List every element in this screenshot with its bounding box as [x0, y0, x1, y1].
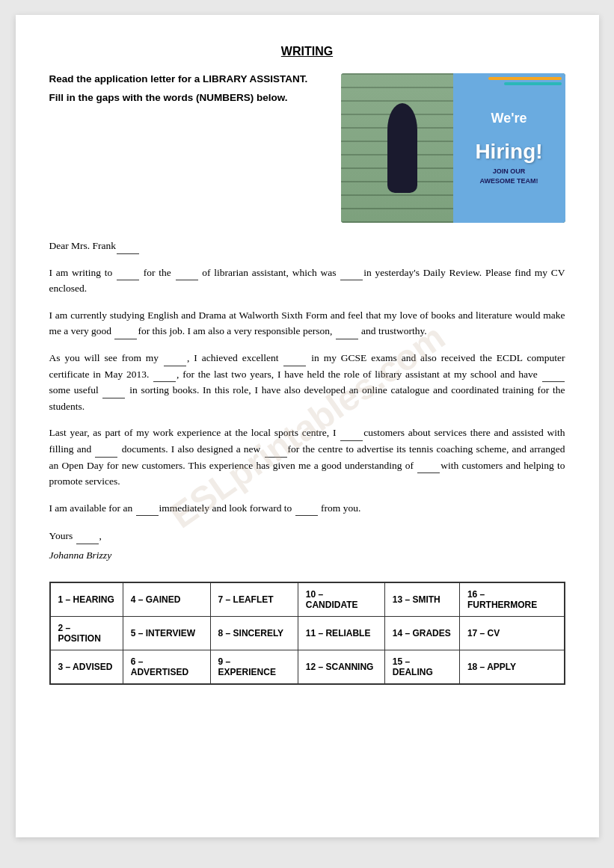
- blank-3: [340, 270, 363, 280]
- blank-16: [295, 505, 318, 516]
- blank-14: [417, 463, 440, 473]
- instructions-block: Read the application letter for a LIBRAR…: [49, 73, 326, 126]
- table-row: 2 – POSITION5 – INTERVIEW8 – SINCERELY11…: [50, 616, 565, 650]
- library-background: [341, 73, 464, 223]
- hiring-box: We're Hiring! JOIN OURAWESOME TEAM!: [453, 73, 565, 223]
- table-cell: 10 – CANDIDATE: [298, 582, 384, 617]
- signature: Johanna Brizzy: [49, 547, 565, 564]
- paragraph-3: As you will see from my , I achieved exc…: [49, 350, 565, 414]
- blank-7: [283, 356, 306, 366]
- table-cell: 11 – RELIABLE: [298, 616, 384, 650]
- page-title: WRITING: [49, 45, 565, 58]
- were-text: We're: [491, 111, 527, 126]
- instruction-2: Fill in the gaps with the words (NUMBERS…: [49, 92, 326, 103]
- blank-salutation: [117, 244, 139, 254]
- table-row: 3 – ADVISED6 – ADVERTISED9 – EXPERIENCE1…: [50, 650, 565, 684]
- blank-11: [340, 431, 363, 441]
- paragraph-4: Last year, as part of my work experience…: [49, 425, 565, 489]
- blank-closing: [76, 534, 99, 544]
- table-cell: 2 – POSITION: [50, 616, 123, 650]
- instruction-1: Read the application letter for a LIBRAR…: [49, 73, 326, 84]
- table-cell: 4 – GAINED: [123, 582, 210, 617]
- blank-4: [114, 329, 137, 339]
- wave-orange: [488, 77, 562, 80]
- blank-13: [265, 447, 287, 458]
- table-cell: 8 – SINCERELY: [210, 616, 298, 650]
- table-cell: 5 – INTERVIEW: [123, 616, 210, 650]
- hiring-image: We're Hiring! JOIN OURAWESOME TEAM!: [341, 73, 565, 223]
- letter-body: Dear Mrs. Frank I am writing to for the …: [49, 238, 565, 564]
- table-cell: 3 – ADVISED: [50, 650, 123, 684]
- main-page: ESLprintables.com WRITING Read the appli…: [16, 15, 599, 837]
- table-cell: 16 – FURTHERMORE: [459, 582, 564, 617]
- blank-12: [95, 447, 117, 458]
- word-table: 1 – HEARING4 – GAINED7 – LEAFLET10 – CAN…: [49, 582, 565, 685]
- table-cell: 17 – CV: [459, 616, 564, 650]
- table-cell: 18 – APPLY: [459, 650, 564, 684]
- table-cell: 13 – SMITH: [384, 582, 459, 617]
- wave-teal: [504, 82, 562, 85]
- salutation: Dear Mrs. Frank: [49, 238, 565, 254]
- salutation-text: Dear Mrs. Frank: [49, 240, 117, 251]
- blank-10: [102, 388, 125, 398]
- blank-9: [542, 372, 565, 382]
- blank-8: [153, 372, 176, 382]
- blank-2: [176, 270, 198, 280]
- hiring-text: Hiring!: [475, 141, 542, 162]
- table-cell: 15 – DEALING: [384, 650, 459, 684]
- wave-decorations: [457, 77, 562, 87]
- paragraph-5: I am available for an immediately and lo…: [49, 500, 565, 517]
- table-cell: 12 – SCANNING: [298, 650, 384, 684]
- blank-6: [164, 356, 186, 366]
- table-cell: 7 – LEAFLET: [210, 582, 298, 617]
- blank-1: [117, 270, 139, 280]
- blank-15: [136, 505, 159, 516]
- person-silhouette: [387, 103, 417, 193]
- paragraph-2: I am currently studying English and Dram…: [49, 307, 565, 339]
- hiring-subtitle: JOIN OURAWESOME TEAM!: [480, 167, 538, 185]
- table-cell: 9 – EXPERIENCE: [210, 650, 298, 684]
- paragraph-1: I am writing to for the of librarian ass…: [49, 265, 565, 297]
- table-row: 1 – HEARING4 – GAINED7 – LEAFLET10 – CAN…: [50, 582, 565, 617]
- table-cell: 6 – ADVERTISED: [123, 650, 210, 684]
- table-cell: 1 – HEARING: [50, 582, 123, 617]
- table-cell: 14 – GRADES: [384, 616, 459, 650]
- closing: Yours ,: [49, 528, 565, 544]
- blank-5: [336, 329, 358, 339]
- header-area: Read the application letter for a LIBRAR…: [49, 73, 565, 223]
